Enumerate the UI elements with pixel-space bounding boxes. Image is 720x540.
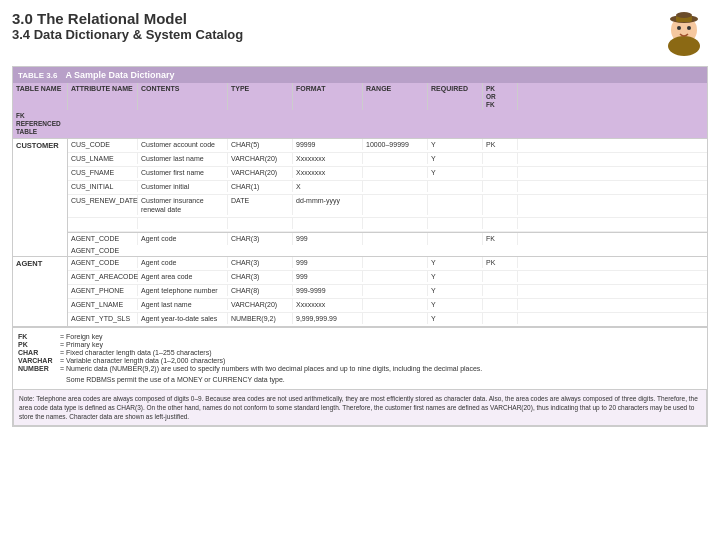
attr-contents: Customer account code (138, 139, 228, 150)
svg-point-1 (668, 36, 700, 56)
table-title: A Sample Data Dictionary (65, 70, 174, 80)
agent-label: AGENT (13, 257, 68, 326)
col-contents: CONTENTS (138, 83, 228, 110)
attr-name: CUS_CODE (68, 139, 138, 150)
attr-pk: PK (483, 139, 518, 150)
table-row: CUS_RENEW_DATE Customer insurance renewa… (68, 195, 707, 218)
col-table-name: TABLE NAME (13, 83, 68, 110)
data-dictionary-table: TABLE 3.6 A Sample Data Dictionary TABLE… (12, 66, 708, 427)
col-required: REQUIRED (428, 83, 483, 110)
table-row: CUS_CODE Customer account code CHAR(5) 9… (68, 139, 707, 153)
col-attribute-name: ATTRIBUTE NAME (68, 83, 138, 110)
col-range: RANGE (363, 83, 428, 110)
legend-table: FK = Foreign key PK = Primary key CHAR =… (18, 333, 702, 372)
table-row: CUS_INITIAL Customer initial CHAR(1) X (68, 181, 707, 195)
table-note: Note: Telephone area codes are always co… (13, 389, 707, 426)
title-line2: 3.4 Data Dictionary & System Catalog (12, 27, 243, 42)
agent-rows: AGENT_CODE Agent code CHAR(3) 999 Y PK A… (68, 257, 707, 326)
customer-rows: CUS_CODE Customer account code CHAR(5) 9… (68, 139, 707, 256)
svg-point-3 (687, 26, 691, 30)
column-headers: TABLE NAME ATTRIBUTE NAME CONTENTS TYPE … (13, 83, 707, 139)
table-title-row: TABLE 3.6 A Sample Data Dictionary (13, 67, 707, 83)
legend-section: FK = Foreign key PK = Primary key CHAR =… (13, 327, 707, 386)
attr-type: CHAR(5) (228, 139, 293, 150)
avatar-icon (660, 10, 708, 58)
title-block: 3.0 The Relational Model 3.4 Data Dictio… (12, 10, 243, 42)
svg-point-2 (677, 26, 681, 30)
table-number: TABLE 3.6 (18, 71, 57, 80)
table-row: AGENT_CODE Agent code CHAR(3) 999 FK AGE… (68, 232, 707, 255)
table-row: CUS_LNAME Customer last name VARCHAR(20)… (68, 153, 707, 167)
page-header: 3.0 The Relational Model 3.4 Data Dictio… (12, 10, 708, 58)
col-fk-ref: FK REFERENCED TABLE (13, 110, 68, 137)
col-type: TYPE (228, 83, 293, 110)
table-row: AGENT_PHONE Agent telephone number CHAR(… (68, 285, 707, 299)
table-row: AGENT_CODE Agent code CHAR(3) 999 Y PK (68, 257, 707, 271)
title-line1: 3.0 The Relational Model (12, 10, 243, 27)
col-pk-fk: PKORFK (483, 83, 518, 110)
table-row (68, 218, 707, 232)
customer-label: CUSTOMER (13, 139, 68, 256)
attr-fk-ref (68, 150, 138, 152)
table-row: AGENT_LNAME Agent last name VARCHAR(20) … (68, 299, 707, 313)
attr-required: Y (428, 139, 483, 150)
table-row: CUS_FNAME Customer first name VARCHAR(20… (68, 167, 707, 181)
agent-section: AGENT AGENT_CODE Agent code CHAR(3) 999 … (13, 257, 707, 327)
col-format: FORMAT (293, 83, 363, 110)
attr-format: 99999 (293, 139, 363, 150)
svg-point-6 (676, 12, 692, 18)
page: 3.0 The Relational Model 3.4 Data Dictio… (0, 0, 720, 540)
table-row: AGENT_AREACODE Agent area code CHAR(3) 9… (68, 271, 707, 285)
attr-range: 10000–99999 (363, 139, 428, 150)
legend-subnote: Some RDBMSs permit the use of a MONEY or… (18, 376, 702, 383)
table-row: AGENT_YTD_SLS Agent year-to-date sales N… (68, 313, 707, 326)
customer-section: CUSTOMER CUS_CODE Customer account code … (13, 139, 707, 257)
